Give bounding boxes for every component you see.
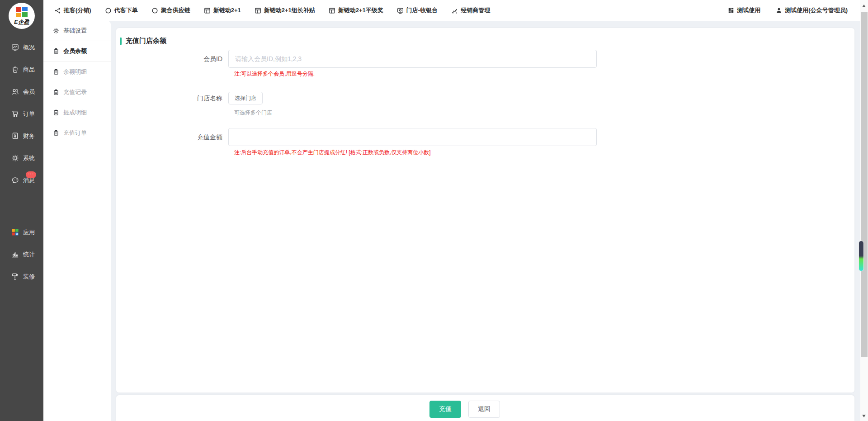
page-title: 充值门店余额 — [126, 37, 166, 45]
nav-item-account[interactable]: 测试使用(公众号管理员) — [776, 6, 848, 14]
sidebar-item-members[interactable]: 会员 — [0, 80, 43, 103]
sidebar-item-label: 订单 — [23, 110, 35, 118]
nav-item-label: 代客下单 — [114, 6, 138, 14]
sidebar-item-orders[interactable]: 订单 — [0, 103, 43, 125]
member-id-label: 会员ID — [116, 50, 228, 68]
nav-item-promoter[interactable]: 推客(分销) — [54, 6, 91, 14]
nav-item-liandong[interactable]: 新链动2+1 — [204, 6, 241, 14]
svg-text:E企盈: E企盈 — [14, 19, 29, 25]
nav-item-label: 推客(分销) — [64, 6, 91, 14]
submenu-item-label: 提成明细 — [63, 109, 87, 117]
overview-icon — [11, 43, 19, 51]
sidebar-item-overview[interactable]: 概况 — [0, 36, 43, 58]
amount-label: 充值金额 — [116, 128, 228, 146]
nav-item-proxy-order[interactable]: 代客下单 — [105, 6, 138, 14]
nav-item-dealer-management[interactable]: 经销商管理 — [451, 6, 490, 14]
nav-item-store-cashier[interactable]: 门店-收银台 — [397, 6, 438, 14]
nav-item-test-use[interactable]: 测试使用 — [728, 6, 760, 14]
sidebar-item-apps[interactable]: 应用 — [0, 221, 43, 243]
nav-item-supply-chain[interactable]: 聚合供应链 — [151, 6, 190, 14]
sidebar-main-menu: 概况 商品 会员 订单 财务 系统 消息 ··· — [0, 36, 43, 191]
amount-note: 注:后台手动充值的订单,不会产生门店提成分红! [格式:正数或负数,仅支持两位小… — [234, 149, 431, 156]
top-navbar-menu: 推客(分销) 代客下单 聚合供应链 新链动2+1 新链动2+1组长补贴 新链动2… — [54, 6, 490, 14]
apps-icon — [11, 228, 19, 236]
sidebar-item-label: 统计 — [23, 251, 35, 259]
stats-icon — [11, 251, 19, 258]
members-icon — [11, 88, 19, 95]
secondary-sidebar: 基础设置 会员余额 余额明细 充值记录 提成明细 充值订单 — [43, 21, 111, 421]
submenu-item-commission-detail[interactable]: 提成明细 — [43, 102, 111, 123]
grid-icon — [204, 7, 211, 14]
submenu-item-basic-settings[interactable]: 基础设置 — [43, 21, 111, 41]
sidebar-item-decorate[interactable]: 装修 — [0, 265, 43, 288]
clipboard-icon — [53, 89, 59, 95]
back-button[interactable]: 返回 — [468, 401, 500, 418]
paint-roller-icon — [11, 273, 19, 280]
grid-icon — [255, 7, 261, 14]
gear-icon — [53, 28, 59, 34]
scrollbar[interactable] — [860, 0, 868, 421]
submenu-item-label: 余额明细 — [63, 68, 87, 76]
app-logo[interactable]: E企盈 — [9, 3, 35, 29]
clipboard-icon — [53, 69, 59, 75]
amount-input[interactable] — [228, 128, 597, 146]
scroll-up-arrow[interactable] — [862, 5, 866, 7]
footer-buttons: 充值 返回 — [429, 401, 500, 418]
sidebar-item-label: 财务 — [23, 132, 35, 140]
sidebar-item-goods[interactable]: 商品 — [0, 58, 43, 80]
submenu-item-member-balance[interactable]: 会员余额 — [43, 41, 111, 61]
sidebar-item-label: 装修 — [23, 273, 35, 281]
nav-item-label: 新链动2+1 — [213, 6, 241, 14]
sidebar-item-finance[interactable]: 财务 — [0, 125, 43, 147]
message-icon — [11, 176, 19, 184]
clipboard-icon — [53, 109, 59, 116]
nav-item-label: 测试使用 — [737, 6, 760, 14]
submenu-item-label: 基础设置 — [63, 27, 87, 35]
nav-item-label: 测试使用(公众号管理员) — [785, 6, 848, 14]
submenu-item-balance-detail[interactable]: 余额明细 — [43, 61, 111, 82]
sidebar-item-system[interactable]: 系统 — [0, 147, 43, 169]
store-name-label: 门店名称 — [116, 92, 228, 104]
nav-item-liandong-peer-award[interactable]: 新链动2+1平级奖 — [329, 6, 383, 14]
sidebar-item-label: 商品 — [23, 66, 35, 74]
member-id-row: 会员ID — [116, 50, 597, 68]
submenu-item-label: 充值记录 — [63, 88, 87, 96]
choose-store-button[interactable]: 选择门店 — [228, 92, 263, 104]
scroll-progress-indicator — [859, 241, 864, 271]
nav-item-label: 门店-收银台 — [406, 6, 438, 14]
submenu-item-recharge-records[interactable]: 充值记录 — [43, 82, 111, 102]
orders-icon — [11, 110, 19, 118]
top-navbar: 推客(分销) 代客下单 聚合供应链 新链动2+1 新链动2+1组长补贴 新链动2… — [43, 0, 860, 21]
recharge-button[interactable]: 充值 — [429, 401, 461, 418]
nav-item-label: 新链动2+1组长补贴 — [264, 6, 315, 14]
system-gear-icon — [11, 154, 19, 162]
clipboard-icon — [53, 48, 59, 54]
cashier-monitor-icon — [397, 7, 404, 14]
circle-icon — [105, 7, 112, 14]
sidebar-item-messages[interactable]: 消息 ··· — [0, 169, 43, 191]
main-panel: 充值门店余额 会员ID 注:可以选择多个会员,用逗号分隔. 门店名称 选择门店 … — [116, 28, 854, 393]
sidebar-item-label: 概况 — [23, 43, 35, 52]
nav-item-label: 聚合供应链 — [161, 6, 190, 14]
member-id-note: 注:可以选择多个会员,用逗号分隔. — [234, 70, 315, 78]
primary-sidebar: E企盈 概况 商品 会员 订单 财务 系统 消息 · — [0, 0, 43, 421]
grid-icon — [329, 7, 335, 14]
circle-icon — [151, 7, 158, 14]
nav-item-liandong-leader-subsidy[interactable]: 新链动2+1组长补贴 — [255, 6, 315, 14]
submenu-item-label: 会员余额 — [63, 47, 87, 55]
top-navbar-account-area: 测试使用 测试使用(公众号管理员) — [728, 6, 848, 14]
member-id-input[interactable] — [228, 50, 597, 68]
submenu-item-recharge-orders[interactable]: 充值订单 — [43, 123, 111, 143]
message-badge: ··· — [26, 171, 36, 178]
nav-item-label: 经销商管理 — [461, 6, 490, 14]
share-icon — [54, 7, 61, 14]
store-name-note: 可选择多个门店 — [234, 109, 272, 117]
goods-icon — [11, 66, 19, 73]
finance-icon — [11, 132, 19, 140]
nav-item-label: 新链动2+1平级奖 — [338, 6, 383, 14]
scroll-down-arrow[interactable] — [862, 415, 866, 417]
sidebar-item-label: 会员 — [23, 88, 35, 96]
submenu-item-label: 充值订单 — [63, 129, 87, 137]
sidebar-item-stats[interactable]: 统计 — [0, 243, 43, 265]
scrollbar-thumb[interactable] — [861, 12, 868, 357]
